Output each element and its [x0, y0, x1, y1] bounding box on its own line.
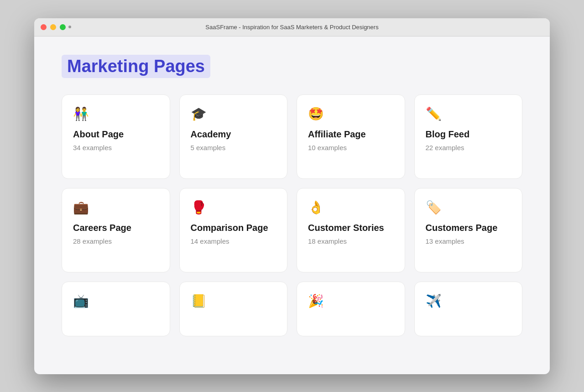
card-customer-stories[interactable]: 👌Customer Stories18 examples — [297, 188, 405, 272]
card-subtitle-blog-feed: 22 examples — [426, 144, 511, 152]
page-title: Marketing Pages — [62, 55, 210, 78]
card-title-careers-page: Careers Page — [73, 222, 159, 234]
card-customers-page[interactable]: 🏷️Customers Page13 examples — [414, 188, 523, 272]
app-window: SaaSFrame - Inspiration for SaaS Markete… — [34, 18, 550, 374]
minimize-button[interactable] — [50, 24, 56, 30]
card-title-blog-feed: Blog Feed — [426, 129, 511, 140]
close-button[interactable] — [41, 24, 47, 30]
card-emoji-affiliate-page: 🤩 — [308, 108, 394, 120]
card-title-academy: Academy — [191, 129, 276, 140]
card-emoji-comparison-page: 🥊 — [191, 201, 276, 214]
card-title-customer-stories: Customer Stories — [308, 222, 394, 234]
card-emoji-row3-col2: 📒 — [191, 295, 276, 308]
traffic-lights — [41, 24, 66, 30]
card-emoji-row3-col3: 🎉 — [308, 295, 394, 308]
card-about-page[interactable]: 👫About Page34 examples — [62, 94, 170, 179]
card-emoji-careers-page: 💼 — [73, 201, 159, 214]
card-subtitle-customers-page: 13 examples — [426, 237, 511, 245]
card-affiliate-page[interactable]: 🤩Affiliate Page10 examples — [297, 94, 405, 179]
window-title: SaaSFrame - Inspiration for SaaS Markete… — [205, 24, 378, 31]
card-subtitle-about-page: 34 examples — [73, 144, 159, 152]
main-content: Marketing Pages 👫About Page34 examples🎓A… — [34, 37, 550, 374]
title-dot — [68, 26, 71, 28]
card-title-about-page: About Page — [73, 129, 159, 140]
card-row3-col2[interactable]: 📒 — [179, 282, 288, 336]
card-title-customers-page: Customers Page — [426, 222, 511, 234]
card-emoji-about-page: 👫 — [73, 108, 159, 120]
titlebar: SaaSFrame - Inspiration for SaaS Markete… — [34, 18, 550, 37]
card-title-affiliate-page: Affiliate Page — [308, 129, 394, 140]
card-emoji-academy: 🎓 — [191, 108, 276, 120]
cards-grid: 👫About Page34 examples🎓Academy5 examples… — [62, 94, 522, 336]
card-subtitle-careers-page: 28 examples — [73, 237, 159, 245]
card-subtitle-customer-stories: 18 examples — [308, 237, 394, 245]
card-emoji-customer-stories: 👌 — [308, 201, 394, 214]
card-subtitle-academy: 5 examples — [191, 144, 276, 152]
card-comparison-page[interactable]: 🥊Comparison Page14 examples — [179, 188, 288, 272]
card-row3-col3[interactable]: 🎉 — [297, 282, 405, 336]
card-title-comparison-page: Comparison Page — [191, 222, 276, 234]
card-subtitle-affiliate-page: 10 examples — [308, 144, 394, 152]
card-subtitle-comparison-page: 14 examples — [191, 237, 276, 245]
card-row3-col1[interactable]: 📺 — [62, 282, 170, 336]
card-row3-col4[interactable]: ✈️ — [414, 282, 523, 336]
maximize-button[interactable] — [60, 24, 66, 30]
card-emoji-customers-page: 🏷️ — [426, 201, 511, 214]
card-emoji-blog-feed: ✏️ — [426, 108, 511, 120]
card-emoji-row3-col1: 📺 — [73, 295, 159, 308]
card-blog-feed[interactable]: ✏️Blog Feed22 examples — [414, 94, 523, 179]
card-emoji-row3-col4: ✈️ — [426, 295, 511, 308]
card-academy[interactable]: 🎓Academy5 examples — [179, 94, 288, 179]
card-careers-page[interactable]: 💼Careers Page28 examples — [62, 188, 170, 272]
